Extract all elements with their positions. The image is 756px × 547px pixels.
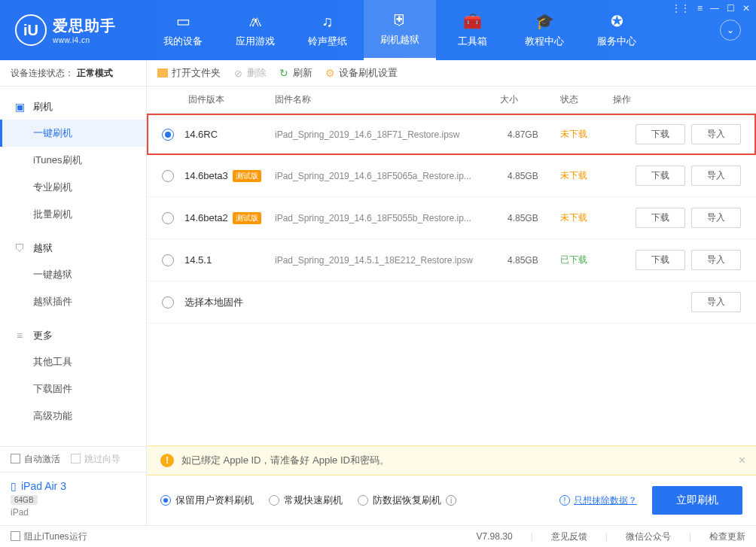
firmware-status: 未下载	[560, 128, 613, 141]
table-row[interactable]: 14.6beta3测试版 iPad_Spring_2019_14.6_18F50…	[147, 155, 756, 197]
firmware-size: 4.85GB	[508, 171, 560, 181]
flash-icon: ▣	[14, 101, 26, 113]
download-button[interactable]: 下载	[636, 208, 685, 228]
tab-tutorial[interactable]: 🎓教程中心	[508, 0, 581, 60]
option-keep-data[interactable]: 保留用户资料刷机	[160, 494, 254, 507]
section-jailbreak[interactable]: ⛉ 越狱	[0, 236, 146, 261]
firmware-status: 未下载	[560, 169, 613, 182]
alert-text: 如已绑定 Apple ID，请准备好 Apple ID和密码。	[181, 454, 389, 467]
skip-wizard-checkbox[interactable]: 跳过向导	[71, 453, 120, 466]
device-info: ▯ iPad Air 3 64GB iPad	[0, 472, 146, 525]
table-row[interactable]: 14.6beta2测试版 iPad_Spring_2019_14.6_18F50…	[147, 197, 756, 239]
sidebar-item-advanced[interactable]: 高级功能	[0, 403, 146, 430]
toolbar: 打开文件夹 ⊘删除 ↻刷新 ⚙设备刷机设置	[147, 60, 756, 87]
sidebar-item-download-fw[interactable]: 下载固件	[0, 375, 146, 403]
version-label: V7.98.30	[477, 531, 513, 542]
settings-button[interactable]: ⚙设备刷机设置	[325, 66, 398, 80]
apps-icon: ⩕	[248, 13, 263, 30]
firmware-size: 4.87GB	[508, 129, 560, 140]
close-icon[interactable]: ✕	[742, 3, 750, 14]
alert-close-icon[interactable]: ×	[739, 454, 745, 467]
download-button[interactable]: 下载	[636, 166, 685, 186]
window-controls: ⋮⋮ ≡ — ☐ ✕	[672, 3, 750, 14]
auto-activate-checkbox[interactable]: 自动激活	[11, 453, 60, 466]
info-icon[interactable]: i	[446, 495, 456, 506]
more-icon: ≡	[14, 330, 26, 342]
delete-button[interactable]: ⊘删除	[233, 66, 267, 80]
import-button[interactable]: 导入	[691, 124, 741, 144]
beta-badge: 测试版	[233, 170, 261, 182]
table-row-local[interactable]: 选择本地固件 导入	[147, 281, 756, 324]
row-radio[interactable]	[162, 296, 174, 308]
option-anti-recovery[interactable]: 防数据恢复刷机i	[358, 494, 456, 507]
tab-device[interactable]: ▭我的设备	[147, 0, 219, 60]
import-button[interactable]: 导入	[691, 292, 741, 312]
section-more[interactable]: ≡ 更多	[0, 323, 146, 348]
tab-ringtone[interactable]: ♫铃声壁纸	[291, 0, 364, 60]
compass-icon: ✪	[611, 12, 623, 30]
logo-icon: iU	[15, 14, 47, 46]
import-button[interactable]: 导入	[691, 250, 741, 270]
menu-icon[interactable]: ≡	[697, 3, 703, 14]
header-status: 状态	[560, 93, 613, 106]
download-button[interactable]: 下载	[636, 250, 685, 270]
device-storage: 64GB	[11, 495, 38, 505]
firmware-status: 已下载	[560, 254, 613, 266]
feedback-link[interactable]: 意见反馈	[551, 530, 587, 543]
music-icon: ♫	[322, 13, 334, 30]
firmware-version: 14.6beta3	[184, 170, 228, 181]
row-radio[interactable]	[162, 129, 174, 141]
firmware-version: 14.6beta2	[184, 212, 228, 223]
tab-service[interactable]: ✪服务中心	[581, 0, 653, 60]
tab-flash[interactable]: ⛨刷机越狱	[364, 0, 436, 60]
footer: 阻止iTunes运行 V7.98.30 | 意见反馈 | 微信公众号 | 检查更…	[0, 525, 756, 547]
grid-icon[interactable]: ⋮⋮	[672, 3, 690, 14]
refresh-button[interactable]: ↻刷新	[279, 66, 312, 80]
open-folder-button[interactable]: 打开文件夹	[157, 66, 221, 80]
sidebar-item-batch-flash[interactable]: 批量刷机	[0, 201, 146, 228]
erase-data-link[interactable]: !只想抹除数据？	[559, 494, 637, 507]
firmware-name: iPad_Spring_2019_14.6_18F5055b_Restore.i…	[275, 213, 508, 223]
sidebar-item-itunes-flash[interactable]: iTunes刷机	[0, 147, 146, 174]
delete-icon: ⊘	[233, 68, 243, 78]
firmware-name: iPad_Spring_2019_14.5.1_18E212_Restore.i…	[275, 255, 508, 266]
maximize-icon[interactable]: ☐	[727, 3, 735, 14]
row-radio[interactable]	[162, 254, 174, 266]
tab-apps[interactable]: ⩕应用游戏	[219, 0, 291, 60]
import-button[interactable]: 导入	[691, 166, 741, 186]
wechat-link[interactable]: 微信公众号	[626, 530, 671, 543]
row-radio[interactable]	[162, 170, 174, 182]
download-button[interactable]: 下载	[636, 124, 685, 144]
app-url: www.i4.cn	[53, 36, 116, 44]
sidebar-item-pro-flash[interactable]: 专业刷机	[0, 174, 146, 201]
header-size: 大小	[500, 93, 560, 106]
firmware-version: 14.5.1	[184, 254, 212, 266]
import-button[interactable]: 导入	[691, 208, 741, 228]
minimize-icon[interactable]: —	[710, 3, 719, 14]
firmware-size: 4.85GB	[508, 255, 560, 266]
header-version: 固件版本	[162, 93, 275, 106]
dropdown-button[interactable]: ⌄	[720, 20, 741, 41]
section-flash[interactable]: ▣ 刷机	[0, 94, 146, 120]
shield-icon: ⛨	[392, 11, 407, 29]
device-type: iPad	[11, 507, 136, 518]
sidebar-item-oneclick-jb[interactable]: 一键越狱	[0, 261, 146, 288]
tab-toolbox[interactable]: 🧰工具箱	[436, 0, 508, 60]
connection-status: 设备连接状态：正常模式	[0, 60, 146, 87]
jailbreak-icon: ⛉	[14, 242, 26, 254]
toolbox-icon: 🧰	[463, 12, 482, 30]
update-link[interactable]: 检查更新	[709, 530, 745, 543]
flash-now-button[interactable]: 立即刷机	[652, 486, 742, 515]
table-row[interactable]: 14.6RC iPad_Spring_2019_14.6_18F71_Resto…	[147, 114, 756, 155]
sidebar-item-other-tools[interactable]: 其他工具	[0, 348, 146, 375]
table-row[interactable]: 14.5.1 iPad_Spring_2019_14.5.1_18E212_Re…	[147, 239, 756, 281]
block-itunes-checkbox[interactable]: 阻止iTunes运行	[11, 530, 87, 543]
device-name[interactable]: ▯ iPad Air 3	[11, 480, 136, 492]
folder-icon	[157, 68, 168, 77]
option-normal[interactable]: 常规快速刷机	[269, 494, 343, 507]
local-firmware-label: 选择本地固件	[184, 296, 243, 309]
sidebar-item-jb-plugins[interactable]: 越狱插件	[0, 288, 146, 315]
header-name: 固件名称	[275, 93, 500, 106]
row-radio[interactable]	[162, 212, 174, 224]
sidebar-item-oneclick-flash[interactable]: 一键刷机	[0, 120, 146, 147]
